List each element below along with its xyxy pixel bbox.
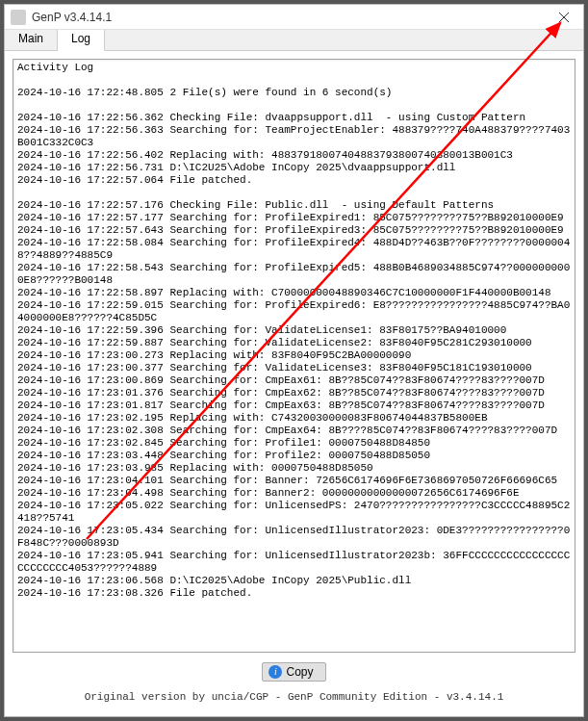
close-icon (559, 13, 569, 22)
window-title: GenP v3.4.14.1 (26, 11, 545, 24)
tab-main[interactable]: Main (5, 30, 58, 50)
app-window: GenP v3.4.14.1 Main Log Activity Log 202… (4, 4, 584, 717)
copy-button[interactable]: i Copy (262, 662, 325, 682)
app-icon (11, 10, 26, 25)
copy-button-label: Copy (286, 665, 313, 679)
button-row: i Copy (13, 653, 575, 691)
activity-log-textarea[interactable]: Activity Log 2024-10-16 17:22:48.805 2 F… (13, 59, 575, 653)
close-button[interactable] (545, 5, 583, 30)
footer-text: Original version by uncia/CGP - GenP Com… (13, 691, 575, 708)
info-icon: i (268, 665, 282, 679)
tab-log[interactable]: Log (58, 30, 105, 51)
content-area: Activity Log 2024-10-16 17:22:48.805 2 F… (5, 51, 583, 716)
titlebar: GenP v3.4.14.1 (5, 5, 583, 30)
tab-bar: Main Log (5, 30, 583, 51)
